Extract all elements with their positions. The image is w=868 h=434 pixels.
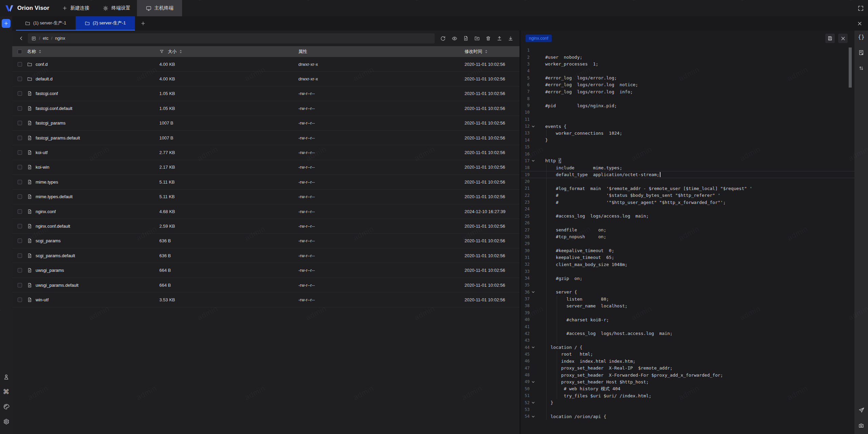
fold-toggle-icon[interactable]: [530, 159, 536, 163]
table-row[interactable]: fastcgi.conf1.05 KB-rw-r--r--2020-11-01 …: [12, 87, 519, 101]
table-row[interactable]: scgi_params.default636 B-rw-r--r--2020-1…: [12, 248, 519, 263]
table-row[interactable]: uwsgi_params.default664 B-rw-r--r--2020-…: [12, 278, 519, 293]
upload-button[interactable]: [497, 36, 502, 41]
breadcrumb-segment[interactable]: nginx: [55, 36, 65, 41]
add-tab-icon[interactable]: [140, 16, 146, 31]
file-name-cell[interactable]: mime.types: [27, 180, 159, 185]
column-header[interactable]: 修改时间: [465, 49, 519, 55]
sort-lines-icon[interactable]: [857, 64, 865, 72]
row-checkbox[interactable]: [18, 298, 22, 302]
back-icon[interactable]: [18, 35, 24, 41]
column-header[interactable]: 名称: [27, 49, 159, 55]
column-header[interactable]: 大小: [159, 49, 298, 55]
camera-icon[interactable]: [857, 422, 865, 429]
fold-toggle-icon[interactable]: [530, 415, 536, 418]
row-checkbox[interactable]: [18, 194, 22, 199]
table-row[interactable]: uwsgi_params664 B-rw-r--r--2020-11-01 10…: [12, 263, 519, 278]
save-file-button[interactable]: [825, 34, 835, 43]
breadcrumb-segment[interactable]: etc: [43, 36, 48, 41]
row-checkbox[interactable]: [18, 165, 22, 169]
row-checkbox[interactable]: [18, 180, 22, 184]
row-checkbox[interactable]: [18, 268, 22, 272]
close-panel-icon[interactable]: [857, 16, 868, 31]
braces-icon[interactable]: {}: [857, 33, 865, 41]
row-checkbox[interactable]: [18, 283, 22, 287]
file-name-cell[interactable]: fastcgi_params: [27, 120, 159, 126]
breadcrumb[interactable]: /etc/nginx: [28, 33, 435, 43]
editor-scrollbar-thumb[interactable]: [849, 48, 852, 88]
file-name-cell[interactable]: koi-utf: [27, 150, 159, 155]
file-name-cell[interactable]: default.d: [27, 76, 159, 81]
file-name-cell[interactable]: conf.d: [27, 62, 159, 67]
table-row[interactable]: fastcgi.conf.default1.05 KB-rw-r--r--202…: [12, 101, 519, 116]
table-row[interactable]: mime.types.default5.11 KB-rw-r--r--2020-…: [12, 190, 519, 204]
row-checkbox[interactable]: [18, 77, 22, 81]
file-name-cell[interactable]: nginx.conf: [27, 209, 159, 214]
file-name-cell[interactable]: nginx.conf.default: [27, 224, 159, 229]
row-checkbox[interactable]: [18, 224, 22, 228]
table-row[interactable]: mime.types5.11 KB-rw-r--r--2020-11-01 10…: [12, 175, 519, 189]
table-row[interactable]: scgi_params636 B-rw-r--r--2020-11-01 10:…: [12, 234, 519, 248]
row-checkbox[interactable]: [18, 136, 22, 140]
file-name-cell[interactable]: win-utf: [27, 297, 159, 302]
row-checkbox[interactable]: [18, 62, 22, 67]
delete-button[interactable]: [486, 36, 491, 41]
preview-eye-button[interactable]: [452, 36, 457, 41]
fold-toggle-icon[interactable]: [530, 345, 536, 349]
new-file-button[interactable]: [463, 36, 469, 41]
file-name-cell[interactable]: scgi_params: [27, 238, 159, 243]
file-name-cell[interactable]: koi-win: [27, 165, 159, 170]
sort-icon[interactable]: [179, 50, 182, 54]
palette-icon[interactable]: [2, 403, 10, 410]
row-checkbox[interactable]: [18, 253, 22, 258]
close-editor-button[interactable]: [838, 34, 848, 43]
fold-toggle-icon[interactable]: [530, 380, 536, 384]
menu-new-connection[interactable]: 新建连接: [55, 0, 96, 16]
fold-toggle-icon[interactable]: [530, 290, 536, 294]
new-folder-button[interactable]: [474, 36, 480, 41]
new-connection-button[interactable]: [2, 19, 11, 28]
file-name-cell[interactable]: scgi_params.default: [27, 253, 159, 258]
download-button[interactable]: [508, 36, 513, 41]
file-name-cell[interactable]: mime.types.default: [27, 194, 159, 199]
row-checkbox[interactable]: [18, 121, 22, 125]
file-name-cell[interactable]: uwsgi_params.default: [27, 283, 159, 288]
command-icon[interactable]: ⌘: [2, 388, 10, 395]
table-row[interactable]: nginx.conf4.68 KB-rw-r--r--2024-12-10 16…: [12, 204, 519, 219]
sort-icon[interactable]: [39, 50, 41, 54]
table-row[interactable]: default.d4.00 KBdrwxr-xr-x2020-11-01 10:…: [12, 72, 519, 86]
file-name-cell[interactable]: fastcgi.conf: [27, 91, 159, 96]
row-checkbox[interactable]: [18, 150, 22, 155]
table-row[interactable]: fastcgi_params.default1007 B-rw-r--r--20…: [12, 131, 519, 145]
file-name-cell[interactable]: fastcgi.conf.default: [27, 106, 159, 111]
file-name-cell[interactable]: fastcgi_params.default: [27, 135, 159, 140]
row-checkbox[interactable]: [18, 106, 22, 111]
table-row[interactable]: fastcgi_params1007 B-rw-r--r--2020-11-01…: [12, 116, 519, 131]
table-row[interactable]: win-utf3.53 KB-rw-r--r--2020-11-01 10:02…: [12, 293, 519, 307]
filter-icon[interactable]: [159, 49, 164, 54]
table-row[interactable]: koi-utf2.77 KB-rw-r--r--2020-11-01 10:02…: [12, 145, 519, 160]
doc-bookmark-icon[interactable]: [857, 49, 865, 56]
tab-active[interactable]: (2) server-生产-1: [76, 16, 135, 30]
line-number: 36: [521, 290, 530, 295]
code-editor[interactable]: 12#user nobody;3worker_processes 1;45#er…: [521, 46, 854, 434]
table-row[interactable]: conf.d4.00 KBdrwxr-xr-x2020-11-01 10:02:…: [12, 57, 519, 72]
select-all-checkbox[interactable]: [18, 50, 22, 54]
table-row[interactable]: nginx.conf.default2.59 KB-rw-r--r--2020-…: [12, 219, 519, 233]
fold-toggle-icon[interactable]: [530, 401, 536, 404]
sort-icon[interactable]: [485, 50, 488, 54]
user-icon[interactable]: [2, 373, 10, 380]
table-row[interactable]: koi-win2.17 KB-rw-r--r--2020-11-01 10:02…: [12, 160, 519, 175]
menu-terminal-settings[interactable]: 终端设置: [96, 0, 137, 16]
file-name-cell[interactable]: uwsgi_params: [27, 268, 159, 273]
row-checkbox[interactable]: [18, 209, 22, 214]
fold-toggle-icon[interactable]: [530, 125, 536, 128]
settings-icon[interactable]: [2, 418, 10, 425]
row-checkbox[interactable]: [18, 239, 22, 243]
tab[interactable]: (1) server-生产-1: [16, 16, 76, 30]
row-checkbox[interactable]: [18, 91, 22, 96]
refresh-button[interactable]: [440, 36, 446, 41]
fullscreen-icon[interactable]: [857, 5, 864, 12]
menu-host-terminal[interactable]: 主机终端: [137, 0, 182, 16]
send-icon[interactable]: [857, 406, 865, 414]
